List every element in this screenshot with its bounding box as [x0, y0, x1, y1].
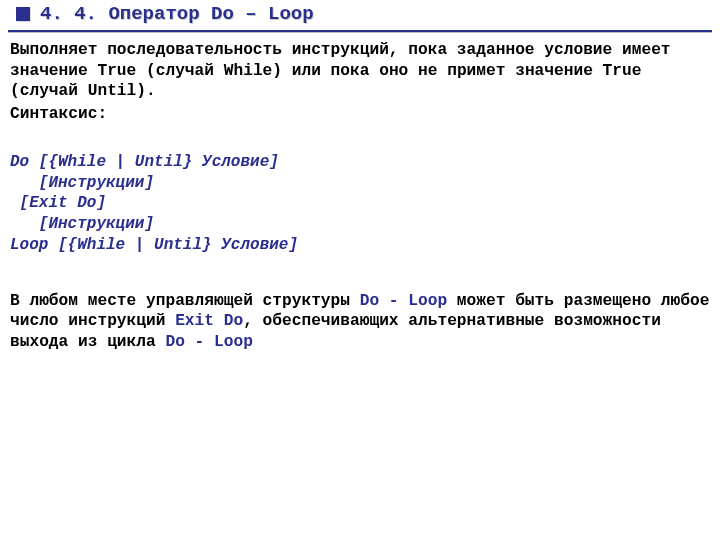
slide-title: 4. 4. Оператор Do – Loop	[40, 3, 314, 25]
intro-paragraph: Выполняет последовательность инструкций,…	[10, 40, 710, 102]
keyword-do-loop-2: Do - Loop	[165, 333, 252, 351]
intro-text-b: (случай	[136, 62, 223, 80]
slide-page: 4. 4. Оператор Do – Loop Выполняет после…	[0, 0, 720, 540]
bullet-icon	[16, 7, 30, 21]
syntax-line-1: Do [{While | Until} Условие]	[10, 153, 279, 171]
slide-body: Выполняет последовательность инструкций,…	[0, 32, 720, 353]
keyword-until: Until	[88, 82, 137, 100]
paragraph-2: В любом месте управляющей структуры Do -…	[10, 291, 710, 353]
keyword-do-loop-1: Do - Loop	[360, 292, 447, 310]
syntax-label: Синтаксис:	[10, 104, 710, 125]
intro-text-e: ).	[136, 82, 155, 100]
syntax-line-5: Loop [{While | Until} Условие]	[10, 236, 298, 254]
intro-text-d: (случай	[10, 82, 88, 100]
keyword-exit-do: Exit Do	[175, 312, 243, 330]
slide-header: 4. 4. Оператор Do – Loop	[0, 0, 720, 28]
keyword-while: While	[224, 62, 273, 80]
syntax-line-2: [Инструкции]	[10, 174, 154, 192]
keyword-true-2: True	[603, 62, 642, 80]
syntax-line-4: [Инструкции]	[10, 215, 154, 233]
syntax-line-3: [Exit Do]	[10, 194, 106, 212]
keyword-true-1: True	[97, 62, 136, 80]
p2-text-a: В любом месте управляющей структуры	[10, 292, 360, 310]
syntax-block: Do [{While | Until} Условие] [Инструкции…	[10, 131, 710, 277]
intro-text-c: ) или пока оно не примет значение	[272, 62, 602, 80]
